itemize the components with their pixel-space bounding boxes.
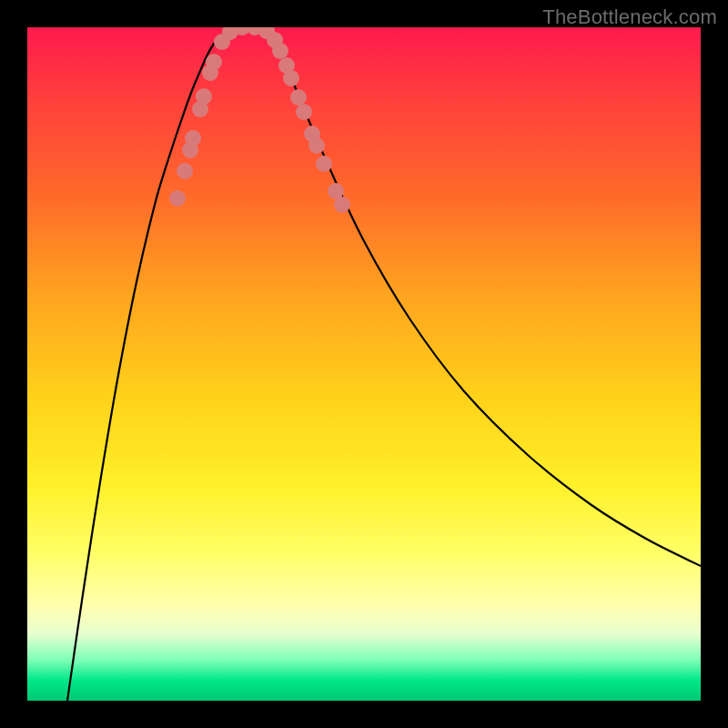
bottleneck-curve-chart: [27, 27, 701, 701]
highlight-dot: [272, 43, 288, 59]
highlight-dot: [316, 156, 332, 172]
highlight-dot: [196, 88, 212, 105]
watermark-text: TheBottleneck.com: [542, 5, 717, 29]
highlight-dot: [334, 197, 350, 213]
curve-path: [67, 27, 701, 701]
highlight-dot: [185, 130, 201, 147]
highlight-dots: [169, 27, 350, 213]
highlight-dot: [283, 70, 299, 86]
highlight-dot: [308, 137, 325, 154]
highlight-dot: [206, 54, 222, 70]
highlight-dot: [177, 163, 193, 179]
highlight-dot: [290, 89, 307, 106]
highlight-dot: [169, 190, 186, 207]
highlight-dot: [296, 104, 312, 120]
